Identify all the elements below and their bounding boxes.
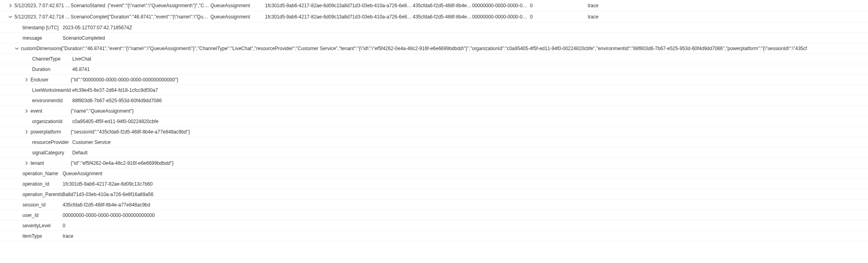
detail-key: event [31, 108, 71, 114]
detail-session-id: session_Id 435cfda6-f2d5-468f-8b4e-a77e8… [0, 200, 868, 210]
detail-key: resourceProvider [32, 140, 72, 145]
detail-value: LiveChat [72, 56, 868, 62]
chevron-right-icon[interactable] [22, 130, 31, 134]
cell-operation-name: QueueAssignment [210, 3, 265, 8]
cd-liveworkstreamid: LiveWorkstreamId efc39e45-8e37-2d64-fd18… [0, 85, 868, 95]
cd-duration: Duration 46.8741 [0, 64, 868, 75]
detail-timestamp: timestamp [UTC] 2023-05-12T07:07:42.7185… [0, 22, 868, 33]
detail-key: operation_Id [22, 181, 63, 187]
cell-timestamp: 5/12/2023, 7:07:42.718 A... [14, 14, 71, 20]
detail-key: customDimensions [21, 46, 61, 51]
detail-user-id: user_Id 00000000-0000-0000-0000-00000000… [0, 210, 868, 221]
cell-itemtype: trace [588, 3, 636, 8]
detail-severity-level: severityLevel 0 [0, 221, 868, 231]
detail-value: c0a95405-4f5f-ed11-94f0-00224820cbfe [72, 119, 868, 124]
detail-key: Duration [32, 67, 72, 72]
detail-value: efc39e45-8e37-2d64-fd18-1cfcc9df30a7 [72, 87, 868, 93]
detail-operation-id: operation_Id 1fc301d5-9ab6-4217-82ae-6d0… [0, 179, 868, 189]
detail-value: 0 [63, 223, 868, 229]
detail-key: LiveWorkstreamId [32, 87, 72, 93]
detail-key: user_Id [22, 212, 63, 218]
detail-key: environmentId [32, 98, 72, 103]
cell-event: {"Duration":"46.8741","event":"{\"name\"… [108, 14, 210, 20]
cell-user-id: 00000000-0000-0000-0000-00... [472, 14, 530, 20]
detail-value: 88f803d6-7b67-e525-953d-60f4d9dd7086 [72, 98, 868, 103]
cd-resourceprovider: resourceProvider Customer Service [0, 137, 868, 148]
detail-value: ScenarioCompleted [63, 35, 868, 41]
detail-operation-parentid: operation_ParentId 3a8d71d3-03eb-410a-a7… [0, 189, 868, 200]
detail-value: QueueAssignment [63, 171, 868, 176]
detail-key: Enduser [31, 77, 71, 83]
cell-session-id: 435cfda6-f2d5-468f-8b4e-a77... [413, 14, 472, 20]
cell-operation-name: QueueAssignment [210, 14, 265, 20]
cd-enduser[interactable]: Enduser {"Id":"00000000-0000-0000-0000-0… [0, 75, 868, 85]
cd-signalcategory: signalCategory Default [0, 148, 868, 158]
cell-operation-parentid: 3a8d71d3-03eb-410a-a726-6e8f16a89a56 [339, 3, 413, 8]
cell-user-id: 00000000-0000-0000-0000-00... [472, 3, 530, 8]
detail-value: Default [72, 150, 868, 156]
cell-operation-id: 1fc301d5-9ab6-4217-82ae-6d09c13c7b60 [265, 14, 339, 20]
detail-key: ChannelType [32, 56, 72, 62]
detail-value: 3a8d71d3-03eb-410a-a726-6e8f16a89a56 [63, 192, 868, 197]
chevron-down-icon[interactable] [13, 47, 21, 51]
cell-severity: 0 [530, 14, 588, 20]
chevron-right-icon[interactable] [22, 161, 31, 165]
detail-value: 00000000-0000-0000-0000-000000000000 [63, 212, 868, 218]
chevron-right-icon[interactable] [22, 78, 31, 82]
detail-key: powerplatform [31, 129, 71, 135]
detail-value: 435cfda6-f2d5-468f-8b4e-a77e848ac9bd [63, 202, 868, 208]
cell-session-id: 435cfda6-f2d5-468f-8b4e-a77... [413, 3, 472, 8]
detail-value: Customer Service [72, 140, 868, 145]
cell-message: ScenarioCompleted [71, 14, 108, 20]
detail-value: {"id":"ef5f4262-0e4a-48c2-916f-e6e6699bd… [71, 160, 868, 166]
detail-key: signalCategory [32, 150, 72, 156]
detail-item-type: itemType trace [0, 231, 868, 241]
detail-value: {"Id":"00000000-0000-0000-0000-000000000… [71, 77, 868, 83]
cell-timestamp: 5/12/2023, 7:07:42.671 AM [14, 3, 71, 8]
detail-value: {"Duration":"46.8741","event":"{\"name\"… [61, 46, 868, 51]
cd-environmentid: environmentId 88f803d6-7b67-e525-953d-60… [0, 95, 868, 106]
detail-value: 46.8741 [72, 67, 868, 72]
detail-custom-dimensions[interactable]: customDimensions {"Duration":"46.8741","… [0, 43, 868, 54]
detail-value: 1fc301d5-9ab6-4217-82ae-6d09c13c7b60 [63, 181, 868, 187]
detail-key: itemType [22, 233, 63, 239]
detail-value: {"name":"QueueAssignment"} [71, 108, 868, 114]
detail-value: trace [63, 233, 868, 239]
cd-channel-type: ChannelType LiveChat [0, 54, 868, 64]
cd-tenant[interactable]: tenant {"id":"ef5f4262-0e4a-48c2-916f-e6… [0, 158, 868, 168]
cell-event: {"event":"{\"name\":\"QueueAssignment\"}… [108, 3, 210, 8]
cell-message: ScenarioStarted [71, 3, 108, 8]
chevron-right-icon[interactable] [6, 4, 14, 8]
detail-key: operation_ParentId [22, 192, 63, 197]
detail-key: message [22, 35, 63, 41]
cd-organizationid: organizationId c0a95405-4f5f-ed11-94f0-0… [0, 116, 868, 127]
cd-event[interactable]: event {"name":"QueueAssignment"} [0, 106, 868, 116]
detail-key: timestamp [UTC] [22, 25, 63, 30]
cell-operation-id: 1fc301d5-9ab6-4217-82ae-6d09c13c7b60 [265, 3, 339, 8]
detail-value: {"sessionId":"435cfda6-f2d5-468f-8b4e-a7… [71, 129, 868, 135]
detail-key: severityLevel [22, 223, 63, 229]
cell-itemtype: trace [588, 14, 636, 20]
detail-key: session_Id [22, 202, 63, 208]
log-row-1[interactable]: 5/12/2023, 7:07:42.671 AM ScenarioStarte… [0, 0, 868, 11]
chevron-down-icon[interactable] [6, 15, 14, 19]
log-row-2[interactable]: 5/12/2023, 7:07:42.718 A... ScenarioComp… [0, 11, 868, 22]
detail-value: 2023-05-12T07:07:42.7185674Z [63, 25, 868, 30]
detail-key: tenant [31, 160, 71, 166]
detail-key: organizationId [32, 119, 72, 124]
cell-operation-parentid: 3a8d71d3-03eb-410a-a726-6e8f16a89a56 [339, 14, 413, 20]
detail-operation-name: operation_Name QueueAssignment [0, 168, 868, 179]
detail-key: operation_Name [22, 171, 63, 176]
chevron-right-icon[interactable] [22, 109, 31, 113]
cd-powerplatform[interactable]: powerplatform {"sessionId":"435cfda6-f2d… [0, 127, 868, 137]
cell-severity: 0 [530, 3, 588, 8]
detail-message: message ScenarioCompleted [0, 33, 868, 43]
